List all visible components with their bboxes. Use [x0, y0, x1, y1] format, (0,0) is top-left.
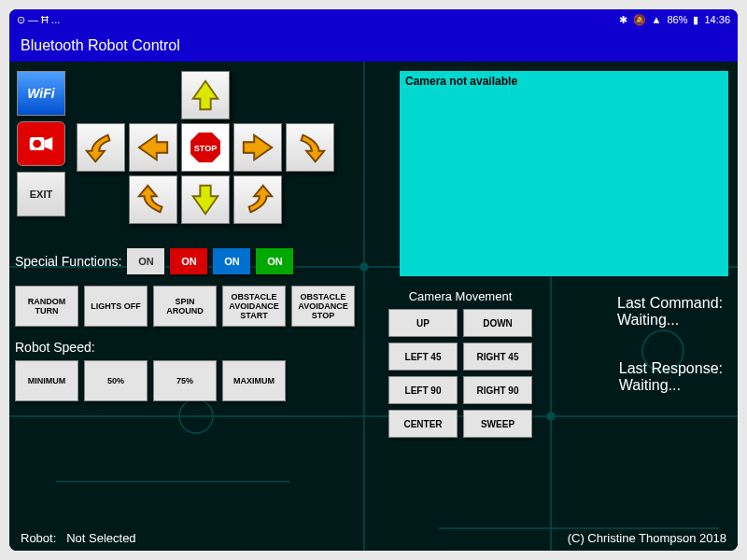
camera-movement-label: Camera Movement [388, 289, 532, 303]
cam-center-button[interactable]: CENTER [388, 410, 458, 438]
bluetooth-icon: ✱ [619, 14, 627, 26]
camera-movement-grid: UP DOWN LEFT 45 RIGHT 45 LEFT 90 RIGHT 9… [388, 309, 532, 438]
robot-status: Robot: Not Selected [21, 531, 136, 545]
last-command-value: Waiting... [617, 312, 723, 329]
speed-50-button[interactable]: 50% [84, 360, 148, 401]
speed-maximum-button[interactable]: MAXIMUM [222, 360, 286, 401]
svg-point-12 [33, 140, 41, 148]
svg-text:STOP: STOP [194, 144, 217, 153]
battery-icon: ▮ [693, 14, 698, 26]
random-turn-button[interactable]: RANDOM TURN [15, 286, 78, 327]
left-outer-button[interactable] [77, 123, 125, 172]
stop-button[interactable]: STOP [181, 123, 230, 172]
direction-pad: STOP [77, 71, 334, 224]
down-left-button[interactable] [129, 175, 177, 224]
obstacle-start-button[interactable]: OBSTACLE AVOIDANCE START [222, 286, 286, 327]
special-functions-label: Special Functions: [15, 254, 121, 269]
status-left: ⊙ — Ħ ... [17, 14, 60, 26]
cam-left45-button[interactable]: LEFT 45 [388, 343, 458, 371]
robot-speed-label: Robot Speed: [15, 340, 95, 355]
special-toggle-4[interactable]: ON [256, 248, 293, 274]
special-toggle-2[interactable]: ON [170, 248, 207, 274]
left-button[interactable] [129, 123, 177, 172]
speed-75-button[interactable]: 75% [153, 360, 217, 401]
cam-right90-button[interactable]: RIGHT 90 [463, 376, 532, 404]
cam-left90-button[interactable]: LEFT 90 [388, 376, 458, 404]
cam-sweep-button[interactable]: SWEEP [463, 410, 532, 438]
camera-icon [28, 133, 54, 154]
last-command-block: Last Command: Waiting... [617, 295, 723, 329]
obstacle-stop-button[interactable]: OBSTACLE AVOIDANCE STOP [291, 286, 355, 327]
right-outer-button[interactable] [286, 123, 334, 172]
exit-button[interactable]: EXIT [17, 172, 65, 217]
right-button[interactable] [233, 123, 282, 172]
copyright: (C) Christine Thompson 2018 [568, 531, 726, 545]
last-response-label: Last Response: [619, 360, 723, 377]
lights-off-button[interactable]: LIGHTS OFF [84, 286, 148, 327]
spin-around-button[interactable]: SPIN AROUND [153, 286, 217, 327]
robot-value: Not Selected [66, 531, 135, 545]
speed-minimum-button[interactable]: MINIMUM [15, 360, 78, 401]
mute-icon: 🔕 [633, 14, 646, 26]
cam-up-button[interactable]: UP [388, 309, 458, 337]
last-command-label: Last Command: [617, 295, 723, 312]
svg-marker-11 [45, 137, 53, 150]
special-toggle-1[interactable]: ON [127, 248, 164, 274]
wifi-icon: ▲ [652, 14, 662, 25]
cam-right45-button[interactable]: RIGHT 45 [463, 343, 532, 371]
svg-marker-17 [244, 135, 272, 161]
camera-view: Camera not available [400, 71, 728, 276]
svg-point-5 [547, 413, 555, 420]
down-right-button[interactable] [233, 175, 282, 224]
down-button[interactable] [181, 175, 230, 224]
robot-label: Robot: [21, 531, 56, 545]
function-row: RANDOM TURN LIGHTS OFF SPIN AROUND OBSTA… [15, 286, 355, 327]
clock: 14:36 [704, 14, 730, 25]
battery-percent: 86% [667, 14, 687, 25]
special-toggle-3[interactable]: ON [213, 248, 250, 274]
svg-marker-14 [139, 135, 167, 161]
exit-label: EXIT [30, 189, 52, 200]
last-response-block: Last Response: Waiting... [619, 360, 723, 394]
wifi-label: WiFi [27, 86, 54, 101]
cam-down-button[interactable]: DOWN [463, 309, 532, 337]
status-bar: ⊙ — Ħ ... ✱ 🔕 ▲ 86% ▮ 14:36 [9, 9, 738, 30]
wifi-button[interactable]: WiFi [17, 71, 65, 116]
svg-marker-18 [193, 186, 218, 214]
last-response-value: Waiting... [619, 377, 723, 394]
speed-row: MINIMUM 50% 75% MAXIMUM [15, 360, 286, 401]
camera-message: Camera not available [405, 75, 517, 88]
svg-point-4 [360, 263, 368, 271]
app-title: Bluetooth Robot Control [9, 30, 738, 62]
svg-marker-13 [193, 81, 218, 109]
record-button[interactable] [17, 121, 65, 166]
up-button[interactable] [181, 71, 230, 119]
